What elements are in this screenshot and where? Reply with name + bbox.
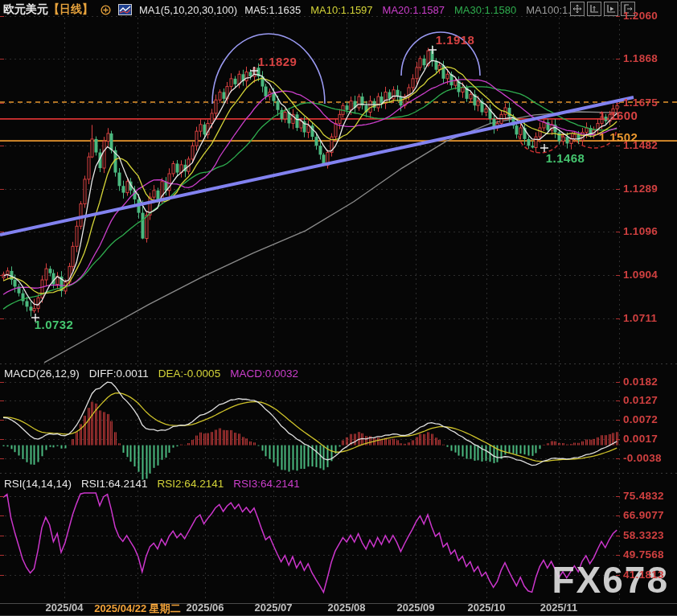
pan-tool-icon[interactable] xyxy=(570,2,585,16)
price-mark-label: 1.1829 xyxy=(258,55,297,68)
price-axis-label: 1.0711 xyxy=(623,312,657,324)
price-mark-label: 1.1600 xyxy=(599,109,638,122)
price-axis-label: 1.1289 xyxy=(623,183,658,195)
add-circle-icon[interactable] xyxy=(101,5,111,15)
x-axis-label: 2025/07 xyxy=(255,602,293,614)
macd-value-label: DEA:-0.0005 xyxy=(158,368,220,380)
x-axis-label: 2025/11 xyxy=(540,602,577,614)
rsi-params-label: RSI(14,14,14) xyxy=(4,478,72,490)
price-axis-label: 1.1868 xyxy=(623,52,658,64)
ma-value-label: MA10:1.1597 xyxy=(310,4,372,16)
price-mark-label: 1.1468 xyxy=(546,151,585,165)
ma-value-label: MA5:1.1635 xyxy=(244,4,301,16)
macd-params-label: MACD(26,12,9) xyxy=(4,368,80,380)
rsi-value-label: RSI3:64.2141 xyxy=(233,478,300,490)
rsi-value-label: RSI2:64.2141 xyxy=(158,478,224,490)
auto-scale-icon[interactable] xyxy=(587,2,601,16)
x-axis-label: 2025/08 xyxy=(328,602,366,614)
ma-value-label: MA30:1.1580 xyxy=(454,4,516,16)
price-axis-label: 1.2060 xyxy=(623,10,658,22)
price-mark-label: 1.1502 xyxy=(599,130,638,144)
period-tag: 【日线】 xyxy=(48,2,93,15)
chart-canvas[interactable] xyxy=(0,0,677,616)
chart-header: 欧元美元【日线】 MA1(5,10,20,30,100) MA5:1.1635M… xyxy=(3,2,582,17)
x-axis-label: 2025/09 xyxy=(397,602,435,614)
macd-axis-label: -0.0038 xyxy=(623,452,662,464)
ma-params-label: MA1(5,10,20,30,100) xyxy=(139,4,237,16)
macd-value-label: DIFF:0.0011 xyxy=(89,368,149,380)
x-axis-selected-date-label: 2025/04/22 星期二 xyxy=(94,602,181,616)
price-axis-label: 1.0904 xyxy=(623,269,658,281)
macd-axis-label: 0.0127 xyxy=(623,394,658,406)
ma-value-label: MA20:1.1587 xyxy=(383,4,445,16)
rsi-axis-label: 41.1813 xyxy=(623,569,664,581)
ma-values: MA5:1.1635MA10:1.1597MA20:1.1587MA30:1.1… xyxy=(244,4,582,16)
rsi-axis-label: 49.7568 xyxy=(623,548,664,561)
macd-value-label: MACD:0.0032 xyxy=(230,368,298,380)
rsi-axis-label: 58.3323 xyxy=(623,529,664,541)
playback-icon[interactable] xyxy=(604,2,618,16)
macd-axis-label: 0.0182 xyxy=(623,376,658,388)
x-axis-label: 2025/10 xyxy=(468,602,506,614)
x-axis-label: 2025/06 xyxy=(187,602,224,614)
price-axis-label: 1.1096 xyxy=(623,225,658,237)
price-axis-label: 1.1675 xyxy=(623,97,658,109)
chart-type-icon[interactable] xyxy=(118,4,132,15)
macd-header: MACD(26,12,9) DIFF:0.0011DEA:-0.0005MACD… xyxy=(4,368,298,380)
rsi-axis-label: 66.9077 xyxy=(623,509,664,521)
rsi-header: RSI(14,14,14) RSI1:64.2141RSI2:64.2141RS… xyxy=(4,478,300,490)
macd-axis-label: 0.0017 xyxy=(623,433,658,445)
x-axis-label: 2025/04 xyxy=(46,602,84,614)
trading-chart-window: 欧元美元【日线】 MA1(5,10,20,30,100) MA5:1.1635M… xyxy=(0,0,677,616)
rsi-values: RSI1:64.2141RSI2:64.2141RSI3:64.2141 xyxy=(81,478,300,490)
rsi-axis-label: 75.4832 xyxy=(623,490,664,502)
price-mark-label: 1.1918 xyxy=(436,33,474,47)
symbol-title: 欧元美元 xyxy=(3,2,48,15)
rsi-value-label: RSI1:64.2141 xyxy=(81,478,148,490)
price-mark-label: 1.0732 xyxy=(35,318,73,331)
macd-values: DIFF:0.0011DEA:-0.0005MACD:0.0032 xyxy=(89,368,298,380)
macd-axis-label: 0.0072 xyxy=(623,413,658,425)
